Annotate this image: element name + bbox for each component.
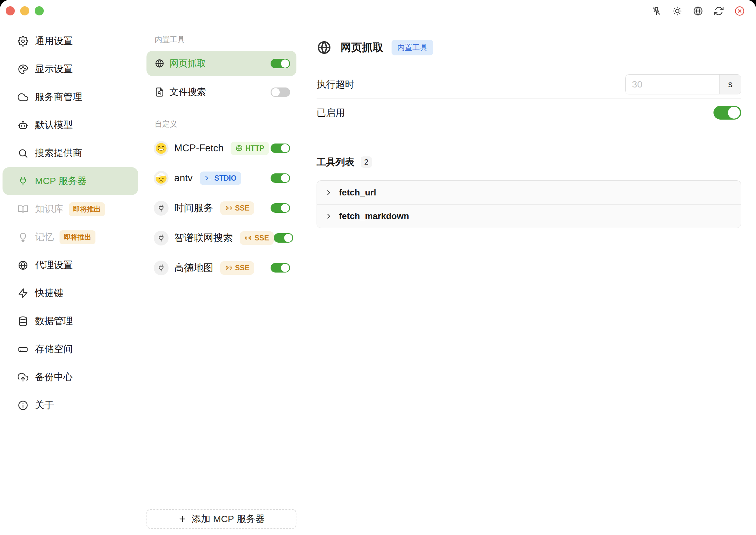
server-row-mcp-fetch[interactable]: MCP-Fetch HTTP	[146, 134, 296, 162]
timeout-row: 执行超时 s	[317, 74, 741, 95]
sidebar-item-knowledge-base[interactable]: 知识库 即将推出	[3, 195, 138, 223]
server-row-zhipu-search[interactable]: 智谱联网搜索 SSE	[146, 224, 296, 252]
sidebar-item-label: 记忆	[35, 231, 54, 243]
pin-off-icon[interactable]	[650, 5, 663, 17]
page-title: 网页抓取	[341, 40, 383, 55]
enabled-toggle[interactable]	[713, 106, 741, 120]
macos-close-button[interactable]	[6, 6, 15, 15]
zhipu-search-toggle[interactable]	[274, 233, 293, 243]
gear-icon	[18, 36, 28, 46]
sidebar-item-mcp-servers[interactable]: MCP 服务器	[3, 167, 138, 195]
settings-window: 通用设置 显示设置 服务商管理 默认模型 搜索提供商 MCP 服务器	[0, 0, 756, 535]
server-name: 时间服务	[174, 201, 213, 215]
sidebar-item-backup[interactable]: 备份中心	[3, 363, 138, 391]
tool-name: fetch_url	[339, 187, 376, 198]
broadcast-icon	[225, 264, 232, 271]
server-name: 网页抓取	[169, 57, 206, 70]
book-icon	[18, 204, 28, 215]
coming-soon-badge: 即将推出	[69, 202, 105, 216]
sidebar-item-display[interactable]: 显示设置	[3, 55, 138, 83]
broadcast-icon	[244, 234, 252, 242]
tools-list: fetch_url fetch_markdown	[317, 180, 741, 228]
chevron-right-icon	[325, 189, 332, 196]
server-row-antv[interactable]: antv STDIO	[146, 164, 296, 192]
broadcast-icon	[225, 204, 232, 212]
tool-name: fetch_markdown	[339, 211, 409, 221]
sidebar-item-shortcuts[interactable]: 快捷键	[3, 279, 138, 307]
timeout-input-group: s	[625, 74, 741, 95]
globe-icon	[317, 40, 332, 55]
tool-row-fetch-markdown[interactable]: fetch_markdown	[317, 204, 741, 228]
sidebar-item-memory[interactable]: 记忆 即将推出	[3, 223, 138, 251]
mcp-fetch-toggle[interactable]	[271, 144, 290, 153]
settings-sidebar: 通用设置 显示设置 服务商管理 默认模型 搜索提供商 MCP 服务器	[0, 22, 141, 535]
language-globe-icon[interactable]	[692, 5, 704, 17]
refresh-icon[interactable]	[712, 5, 725, 17]
sse-badge: SSE	[220, 261, 254, 275]
sidebar-item-label: 存储空间	[35, 343, 73, 355]
web-fetch-toggle[interactable]	[271, 59, 290, 68]
sidebar-item-proxy[interactable]: 代理设置	[3, 251, 138, 279]
globe-icon	[155, 59, 165, 68]
stdio-badge: STDIO	[200, 172, 241, 185]
sidebar-item-general[interactable]: 通用设置	[3, 27, 138, 55]
file-search-icon	[155, 87, 165, 97]
theme-sun-icon[interactable]	[671, 5, 683, 17]
server-row-web-fetch[interactable]: 网页抓取	[146, 51, 296, 76]
sidebar-item-about[interactable]: 关于	[3, 391, 138, 419]
server-name: antv	[174, 173, 193, 184]
timeout-label: 执行超时	[317, 78, 354, 91]
globe-icon	[235, 144, 243, 152]
server-row-amap[interactable]: 高德地图 SSE	[146, 254, 296, 282]
server-detail-panel: 网页抓取 内置工具 执行超时 s 已启用 工具列表 2	[304, 22, 756, 535]
sse-badge: SSE	[220, 201, 254, 215]
sidebar-item-label: 代理设置	[35, 259, 73, 271]
titlebar-actions	[650, 5, 756, 17]
file-search-toggle[interactable]	[271, 88, 290, 97]
macos-minimize-button[interactable]	[20, 6, 29, 15]
tool-row-fetch-url[interactable]: fetch_url	[317, 181, 741, 204]
mcp-servers-panel: 内置工具 网页抓取 文件搜索 自定义 MCP-Fetch	[141, 22, 304, 535]
grinning-emoji-icon	[154, 141, 168, 156]
sidebar-item-label: 服务商管理	[35, 91, 82, 103]
section-divider	[147, 110, 296, 110]
plus-icon	[178, 515, 187, 523]
macos-zoom-button[interactable]	[35, 6, 44, 15]
sidebar-item-storage[interactable]: 存储空间	[3, 335, 138, 363]
detail-header: 网页抓取 内置工具	[317, 40, 741, 55]
enabled-label: 已启用	[317, 106, 345, 119]
sidebar-item-label: 备份中心	[35, 371, 73, 384]
sidebar-item-providers[interactable]: 服务商管理	[3, 83, 138, 111]
titlebar	[0, 0, 756, 22]
sidebar-item-label: 关于	[35, 399, 54, 412]
search-icon	[18, 148, 28, 158]
server-row-time-service[interactable]: 时间服务 SSE	[146, 194, 296, 222]
info-icon	[18, 400, 28, 411]
timeout-unit: s	[719, 74, 741, 94]
plug-icon	[18, 176, 28, 186]
server-name: 智谱联网搜索	[174, 231, 233, 244]
antv-toggle[interactable]	[271, 173, 290, 183]
sidebar-item-label: 默认模型	[35, 119, 73, 131]
sidebar-item-default-model[interactable]: 默认模型	[3, 111, 138, 139]
time-service-toggle[interactable]	[271, 203, 290, 213]
bandage-face-emoji-icon	[154, 171, 168, 186]
palette-icon	[18, 64, 28, 74]
tools-title: 工具列表	[317, 156, 354, 169]
amap-toggle[interactable]	[271, 263, 290, 272]
custom-section-label: 自定义	[155, 120, 296, 128]
close-window-icon[interactable]	[733, 5, 746, 17]
sidebar-item-label: 快捷键	[35, 287, 63, 299]
server-name: 高德地图	[174, 261, 213, 274]
sidebar-item-label: MCP 服务器	[35, 175, 87, 187]
sidebar-item-search-providers[interactable]: 搜索提供商	[3, 139, 138, 167]
main-area: 通用设置 显示设置 服务商管理 默认模型 搜索提供商 MCP 服务器	[0, 22, 756, 535]
zap-icon	[18, 288, 28, 299]
add-mcp-server-button[interactable]: 添加 MCP 服务器	[146, 509, 296, 529]
server-row-file-search[interactable]: 文件搜索	[146, 79, 296, 105]
timeout-input[interactable]	[625, 74, 719, 94]
builtin-tool-badge: 内置工具	[392, 40, 433, 55]
sidebar-item-label: 搜索提供商	[35, 147, 82, 159]
sse-badge: SSE	[240, 231, 274, 245]
sidebar-item-data-management[interactable]: 数据管理	[3, 307, 138, 335]
